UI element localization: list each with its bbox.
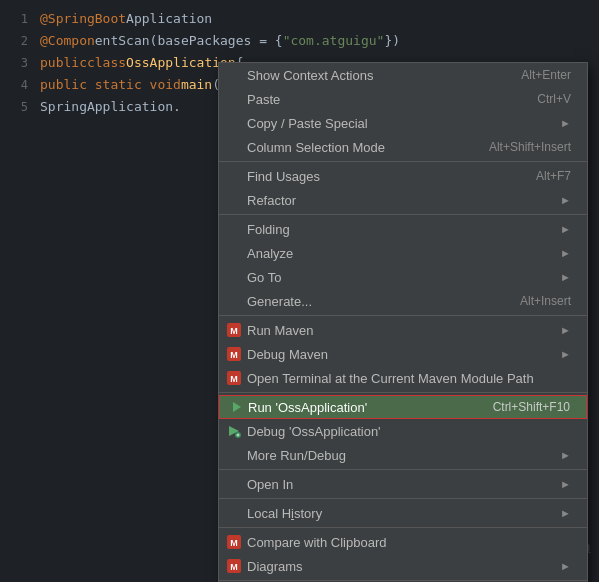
diagrams-arrow-icon: ► [560, 560, 571, 572]
local-history-label: Local History [247, 506, 322, 521]
svg-text:M: M [230, 562, 238, 572]
menu-item-refactor[interactable]: Refactor ► [219, 188, 587, 212]
find-usages-shortcut: Alt+F7 [536, 169, 571, 183]
menu-item-copy-paste-special[interactable]: Copy / Paste Special ► [219, 111, 587, 135]
debug-app-label: Debug 'OssApplication' [247, 424, 381, 439]
menu-item-run-app[interactable]: Run 'OssApplication' Ctrl+Shift+F10 [219, 395, 587, 419]
debug-maven-label: Debug Maven [247, 347, 328, 362]
menu-item-folding[interactable]: Folding ► [219, 217, 587, 241]
menu-item-goto[interactable]: Go To ► [219, 265, 587, 289]
copy-paste-arrow-icon: ► [560, 117, 571, 129]
compare-clipboard-label: Compare with Clipboard [247, 535, 386, 550]
show-context-label: Show Context Actions [247, 68, 373, 83]
menu-item-find-usages[interactable]: Find Usages Alt+F7 [219, 164, 587, 188]
find-usages-label: Find Usages [247, 169, 320, 184]
context-menu: Show Context Actions Alt+Enter Paste Ctr… [218, 62, 588, 582]
analyze-arrow-icon: ► [560, 247, 571, 259]
goto-label: Go To [247, 270, 281, 285]
generate-label: Generate... [247, 294, 312, 309]
refactor-label: Refactor [247, 193, 296, 208]
menu-item-debug-app[interactable]: Debug 'OssApplication' [219, 419, 587, 443]
menu-item-column-selection[interactable]: Column Selection Mode Alt+Shift+Insert [219, 135, 587, 159]
separator-8 [219, 580, 587, 581]
paste-shortcut: Ctrl+V [537, 92, 571, 106]
menu-item-more-run[interactable]: More Run/Debug ► [219, 443, 587, 467]
menu-item-open-terminal[interactable]: M Open Terminal at the Current Maven Mod… [219, 366, 587, 390]
menu-item-paste[interactable]: Paste Ctrl+V [219, 87, 587, 111]
more-run-label: More Run/Debug [247, 448, 346, 463]
diagrams-icon: M [225, 559, 243, 573]
folding-label: Folding [247, 222, 290, 237]
svg-text:M: M [230, 326, 238, 336]
run-app-shortcut: Ctrl+Shift+F10 [493, 400, 570, 414]
open-in-arrow-icon: ► [560, 478, 571, 490]
code-line-2: 2 @ComponentScan(basePackages = {"com.at… [0, 30, 599, 52]
compare-clipboard-icon: M [225, 535, 243, 549]
menu-item-local-history[interactable]: Local History ► [219, 501, 587, 525]
menu-item-show-context[interactable]: Show Context Actions Alt+Enter [219, 63, 587, 87]
open-terminal-icon: M [225, 371, 243, 385]
debug-app-icon [225, 424, 243, 438]
run-maven-icon: M [225, 323, 243, 337]
separator-2 [219, 214, 587, 215]
debug-maven-arrow-icon: ► [560, 348, 571, 360]
menu-item-diagrams[interactable]: M Diagrams ► [219, 554, 587, 578]
separator-1 [219, 161, 587, 162]
column-selection-shortcut: Alt+Shift+Insert [489, 140, 571, 154]
open-terminal-label: Open Terminal at the Current Maven Modul… [247, 371, 534, 386]
run-app-label: Run 'OssApplication' [248, 400, 367, 415]
separator-3 [219, 315, 587, 316]
menu-item-generate[interactable]: Generate... Alt+Insert [219, 289, 587, 313]
analyze-label: Analyze [247, 246, 293, 261]
goto-arrow-icon: ► [560, 271, 571, 283]
menu-item-debug-maven[interactable]: M Debug Maven ► [219, 342, 587, 366]
menu-item-analyze[interactable]: Analyze ► [219, 241, 587, 265]
local-history-arrow-icon: ► [560, 507, 571, 519]
more-run-arrow-icon: ► [560, 449, 571, 461]
folding-arrow-icon: ► [560, 223, 571, 235]
generate-shortcut: Alt+Insert [520, 294, 571, 308]
separator-6 [219, 498, 587, 499]
refactor-arrow-icon: ► [560, 194, 571, 206]
svg-text:M: M [230, 538, 238, 548]
separator-5 [219, 469, 587, 470]
open-in-label: Open In [247, 477, 293, 492]
svg-text:M: M [230, 374, 238, 384]
menu-item-open-in[interactable]: Open In ► [219, 472, 587, 496]
separator-4 [219, 392, 587, 393]
paste-label: Paste [247, 92, 280, 107]
show-context-shortcut: Alt+Enter [521, 68, 571, 82]
svg-text:M: M [230, 350, 238, 360]
run-app-icon [226, 402, 244, 412]
diagrams-label: Diagrams [247, 559, 303, 574]
debug-maven-icon: M [225, 347, 243, 361]
menu-item-compare-clipboard[interactable]: M Compare with Clipboard [219, 530, 587, 554]
run-maven-arrow-icon: ► [560, 324, 571, 336]
column-selection-label: Column Selection Mode [247, 140, 385, 155]
code-line-1: 1 @SpringBootApplication [0, 8, 599, 30]
menu-item-run-maven[interactable]: M Run Maven ► [219, 318, 587, 342]
run-maven-label: Run Maven [247, 323, 313, 338]
svg-point-8 [237, 434, 240, 437]
copy-paste-label: Copy / Paste Special [247, 116, 368, 131]
separator-7 [219, 527, 587, 528]
